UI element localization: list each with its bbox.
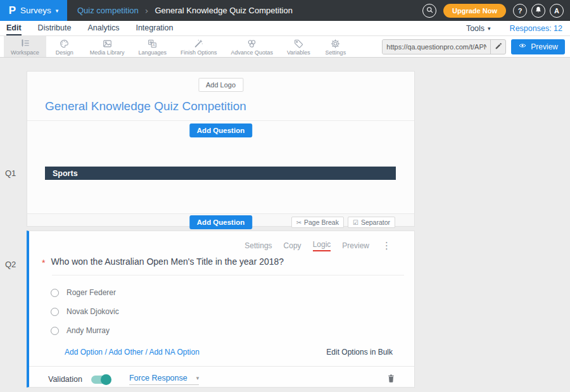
tab-analytics[interactable]: Analytics [87,21,119,35]
surveys-menu[interactable]: P Surveys ▾ [0,0,67,21]
breadcrumb: Quiz competition › General Knowledge Qui… [77,6,293,16]
responses-count[interactable]: Responses: 12 [510,24,562,33]
page-break-label: Page Break [304,218,339,226]
validation-toggle[interactable] [91,376,110,384]
toggle-knob [101,374,111,385]
tools-label: Tools [466,24,484,33]
toolbar-item-media-library[interactable]: Media Library [83,36,132,57]
edit-url-button[interactable] [490,40,505,54]
q1-text: Sports [53,169,78,178]
notifications-button[interactable] [531,4,545,18]
tools-dropdown[interactable]: Tools ▾ [466,24,491,33]
radio-button[interactable] [51,327,59,335]
preview-label: Preview [531,42,558,51]
question-logic-link[interactable]: Logic [313,240,331,251]
toolbar-item-label: Finish Options [180,49,217,56]
question-index-q1: Q1 [5,168,16,178]
radio-button[interactable] [51,308,59,316]
question-input-underline [52,275,404,275]
top-bar-actions: Upgrade Now ? A [422,4,570,18]
toolbar-item-label: Settings [326,49,346,56]
validation-type-dropdown[interactable]: Force Response ▾ [129,374,199,385]
add-na-option-link[interactable]: Add NA Option [149,348,199,357]
breadcrumb-folder[interactable]: Quiz competition [77,6,139,15]
toolbar-item-label: Languages [138,49,167,56]
variables-icon [293,39,304,49]
survey-url-input[interactable] [383,40,490,54]
add-option-link[interactable]: Add Option [65,348,103,357]
avatar[interactable]: A [550,4,564,18]
section-tools: ✂ Page Break ☑ Separator [291,217,395,228]
survey-nav-bar: Edit Distribute Analytics Integration To… [0,21,570,36]
tab-label: Distribute [38,23,72,32]
edit-toolbar: Workspace Design Media Library A Languag… [0,36,570,58]
tab-distribute[interactable]: Distribute [38,21,72,35]
delete-question-button[interactable] [387,374,395,386]
separator-label: Separator [361,218,390,226]
question-preview-link[interactable]: Preview [342,241,369,250]
required-asterisk: * [42,256,45,268]
question-settings-link[interactable]: Settings [244,241,272,250]
page-break-button[interactable]: ✂ Page Break [291,217,344,228]
design-icon [59,39,70,49]
chevron-down-icon: ▾ [488,25,491,32]
option-row: Roger Federer [51,288,116,297]
bell-icon [535,6,542,15]
question-text[interactable]: Who won the Australian Open Men's Title … [51,256,284,268]
edit-options-in-bulk-link[interactable]: Edit Options in Bulk [326,348,393,357]
toolbar-item-workspace[interactable]: Workspace [4,36,46,57]
add-question-label: Add Question [197,127,244,134]
add-other-link[interactable]: Add Other [108,348,143,357]
option-label[interactable]: Roger Federer [66,288,116,297]
avatar-initial: A [554,7,559,15]
toolbar-right: Preview [382,36,570,57]
toolbar-item-settings[interactable]: Settings [317,36,354,57]
divider [29,366,414,367]
add-question-label: Add Question [197,218,244,226]
upgrade-now-button[interactable]: Upgrade Now [443,4,506,18]
kebab-menu-icon[interactable]: ⋮ [382,240,391,251]
help-button[interactable]: ? [513,4,527,18]
toolbar-item-finish-options[interactable]: Finish Options [174,36,224,57]
pencil-icon [495,41,502,53]
option-row: Andy Murray [51,326,110,335]
tab-integration[interactable]: Integration [136,21,173,35]
card-footer: Add Question ✂ Page Break ☑ Separator [27,214,414,226]
toolbar-item-label: Advance Quotas [231,49,273,56]
toolbar-item-advance-quotas[interactable]: Advance Quotas [224,36,280,57]
add-question-button[interactable]: Add Question [189,123,252,137]
product-name: Surveys [20,6,51,15]
q1-presentation-text[interactable]: Sports [45,167,396,180]
question-text-row: * Who won the Australian Open Men's Titl… [42,256,402,268]
add-logo-button[interactable]: Add Logo [198,78,243,92]
toolbar-item-variables[interactable]: Variables [280,36,317,57]
option-label[interactable]: Andy Murray [66,326,110,335]
survey-title[interactable]: General Knowledge Quiz Competition [45,99,246,113]
breadcrumb-separator-icon: › [145,6,149,16]
eye-icon [518,42,527,51]
survey-editor-canvas: Q1 Q2 Add Logo General Knowledge Quiz Co… [0,58,570,392]
question-index-q2: Q2 [5,260,16,269]
languages-icon: A [147,39,158,49]
chevron-down-icon: ▾ [196,375,200,381]
validation-label: Validation [48,375,82,384]
question-card-q2: Settings Copy Logic Preview ⋮ * Who won … [27,231,415,388]
finish-options-icon [193,39,204,49]
toolbar-item-languages[interactable]: A Languages [131,36,174,57]
add-question-button[interactable]: Add Question [189,215,252,229]
advance-quotas-icon [246,39,257,49]
validation-type-value: Force Response [129,374,187,383]
toolbar-item-label: Media Library [90,49,125,56]
option-label[interactable]: Novak Djokovic [66,307,119,316]
preview-button[interactable]: Preview [511,39,565,54]
question-copy-link[interactable]: Copy [284,241,301,250]
toolbar-item-design[interactable]: Design [46,36,83,57]
questionpro-logo: P [9,4,16,17]
workspace-icon [20,39,30,49]
upgrade-now-label: Upgrade Now [452,7,497,15]
tab-edit[interactable]: Edit [6,21,22,35]
separator-button[interactable]: ☑ Separator [348,217,395,228]
search-button[interactable] [422,4,436,18]
top-bar: P Surveys ▾ Quiz competition › General K… [0,0,570,21]
radio-button[interactable] [51,289,59,297]
